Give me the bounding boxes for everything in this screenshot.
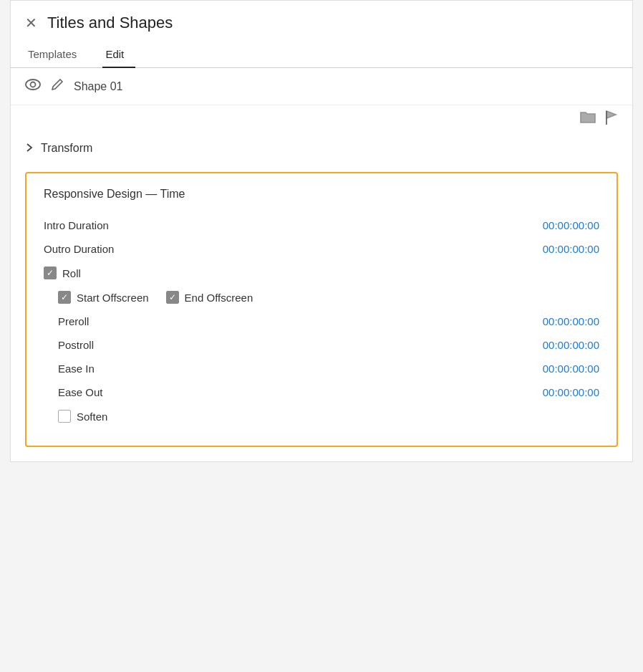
roll-checkbox[interactable]: ✓ (44, 267, 57, 279)
tab-edit[interactable]: Edit (102, 42, 135, 67)
postroll-row: Postroll 00:00:00:00 (44, 333, 599, 357)
end-offscreen-item: ✓ End Offscreen (166, 291, 253, 304)
preroll-value[interactable]: 00:00:00:00 (543, 315, 599, 327)
title-bar: ✕ Titles and Shapes (11, 1, 632, 42)
flag-icon[interactable] (604, 110, 618, 129)
intro-duration-label: Intro Duration (44, 219, 109, 231)
start-offscreen-checkmark: ✓ (61, 293, 68, 302)
roll-row: ✓ Roll (44, 261, 599, 285)
section-title: Responsive Design — Time (44, 188, 599, 201)
end-offscreen-checkbox[interactable]: ✓ (166, 291, 179, 304)
shape-name: Shape 01 (74, 80, 123, 93)
close-icon[interactable]: ✕ (25, 16, 37, 30)
start-offscreen-label: Start Offscreen (77, 292, 149, 304)
folder-icon[interactable] (579, 110, 596, 129)
outro-duration-label: Outro Duration (44, 243, 114, 255)
toolbar-row (11, 105, 632, 135)
roll-label: Roll (62, 267, 81, 279)
ease-out-label: Ease Out (58, 386, 103, 398)
outro-duration-row: Outro Duration 00:00:00:00 (44, 237, 599, 261)
roll-checkmark: ✓ (47, 269, 54, 277)
transform-row[interactable]: Transform (11, 135, 632, 162)
postroll-value[interactable]: 00:00:00:00 (543, 339, 599, 351)
postroll-label: Postroll (58, 339, 94, 351)
panel: ✕ Titles and Shapes Templates Edit Shape… (10, 0, 633, 462)
soften-label: Soften (77, 411, 107, 423)
end-offscreen-label: End Offscreen (185, 292, 253, 304)
outro-duration-value[interactable]: 00:00:00:00 (543, 243, 599, 255)
intro-duration-value[interactable]: 00:00:00:00 (543, 219, 599, 231)
ease-in-value[interactable]: 00:00:00:00 (543, 363, 599, 375)
soften-row: Soften (44, 404, 599, 428)
chevron-right-icon (25, 143, 34, 155)
shape-row: Shape 01 (11, 68, 632, 105)
preroll-row: Preroll 00:00:00:00 (44, 309, 599, 333)
panel-title: Titles and Shapes (47, 14, 173, 32)
end-offscreen-checkmark: ✓ (169, 293, 176, 302)
intro-duration-row: Intro Duration 00:00:00:00 (44, 213, 599, 237)
eye-icon[interactable] (25, 79, 41, 94)
ease-out-row: Ease Out 00:00:00:00 (44, 380, 599, 404)
offscreen-group: ✓ Start Offscreen ✓ End Offscreen (44, 285, 599, 309)
soften-checkbox[interactable] (58, 410, 71, 423)
tab-templates[interactable]: Templates (25, 42, 88, 67)
start-offscreen-checkbox[interactable]: ✓ (58, 291, 71, 304)
transform-label: Transform (41, 142, 92, 155)
responsive-design-section: Responsive Design — Time Intro Duration … (25, 172, 618, 447)
tabs: Templates Edit (11, 42, 632, 68)
ease-out-value[interactable]: 00:00:00:00 (543, 386, 599, 398)
svg-point-1 (31, 82, 36, 87)
preroll-label: Preroll (58, 315, 89, 327)
start-offscreen-item: ✓ Start Offscreen (58, 291, 149, 304)
ease-in-row: Ease In 00:00:00:00 (44, 357, 599, 380)
pen-icon (51, 78, 64, 95)
svg-point-0 (26, 80, 40, 90)
ease-in-label: Ease In (58, 363, 95, 375)
